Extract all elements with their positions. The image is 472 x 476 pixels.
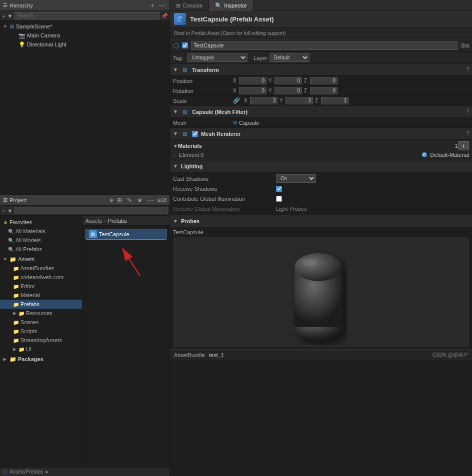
assets-folder-icon: 📁 — [10, 256, 16, 263]
hierarchy-add-small-btn[interactable]: + — [2, 13, 5, 19]
sidebar-all-prefabs[interactable]: 🔍 All Prefabs — [0, 245, 82, 254]
rotation-y-group: Y — [268, 87, 302, 94]
rotation-z-group: Z — [304, 87, 338, 94]
hierarchy-item-maincamera[interactable]: ▶ 📷 Main Camera — [0, 31, 170, 40]
hierarchy-search-input[interactable] — [14, 12, 160, 19]
rotation-z-input[interactable] — [310, 87, 338, 94]
meshrenderer-help-icon[interactable]: ? — [466, 131, 469, 136]
sidebar-material[interactable]: 📁 Material — [0, 291, 82, 300]
all-models-label: All Models — [16, 237, 41, 243]
file-testcapsule[interactable]: TestCapsule — [86, 229, 166, 240]
project-toolbar-btn1[interactable]: ⊞ — [116, 196, 124, 204]
hierarchy-lock-btn[interactable]: ⋯ — [158, 1, 166, 9]
position-z-input[interactable]: 0 — [310, 77, 338, 84]
sidebar-scripts[interactable]: 📁 Scripts — [0, 327, 82, 336]
sidebar-codeandweb[interactable]: 📁 codeandweb.com — [0, 273, 82, 282]
tab-console[interactable]: ⊞ Console — [170, 0, 209, 11]
hierarchy-arrow-btn[interactable]: ▼ — [7, 13, 12, 19]
transform-help-icon[interactable]: ? — [466, 67, 469, 72]
sidebar-favorites[interactable]: ★ Favorites — [0, 218, 82, 227]
console-tab-label: Console — [182, 2, 202, 8]
scale-x-input[interactable] — [250, 97, 278, 104]
contribute-gi-checkbox[interactable] — [276, 196, 282, 202]
tag-label: Tag — [173, 55, 186, 61]
project-toolbar-btn2[interactable]: ✎ — [126, 196, 134, 204]
rotation-z-letter: Z — [304, 88, 309, 93]
sidebar-all-models[interactable]: 🔍 All Models — [0, 236, 82, 245]
sidebar-assetbundles[interactable]: 📁 AssetBundles — [0, 264, 82, 273]
arrow-indicator — [115, 241, 165, 281]
meshrenderer-active-checkbox[interactable] — [192, 131, 198, 137]
receive-gi-value: Light Probes — [276, 206, 307, 212]
receive-gi-label: Receive Global Illumination — [173, 206, 273, 212]
receive-shadows-checkbox[interactable] — [276, 186, 282, 192]
footer-prefab-icon: ⬡ — [3, 469, 8, 475]
project-star-btn[interactable]: ★ — [136, 196, 144, 204]
position-y-letter: Y — [268, 78, 274, 83]
breadcrumb-prefabs[interactable]: Prefabs — [108, 218, 127, 224]
breadcrumb-assets[interactable]: Assets — [86, 218, 102, 224]
materials-section: ▼ Materials 1 + ≡ Element 0 Default-Mate… — [170, 140, 472, 160]
scale-z-input[interactable] — [321, 97, 348, 104]
rotation-y-input[interactable] — [274, 87, 302, 94]
assetbundles-folder-icon: 📁 — [13, 266, 19, 271]
contribute-gi-row: Contribute Global Illumination — [173, 194, 469, 204]
materials-add-button[interactable]: + — [458, 141, 469, 150]
sidebar-prefabs[interactable]: 📁 Prefabs — [0, 300, 82, 309]
mat-element0-value: Default-Material — [430, 152, 469, 158]
sidebar-assets[interactable]: ▼ 📁 Assets — [0, 255, 82, 264]
meshrenderer-title: Mesh Renderer — [201, 131, 464, 137]
hierarchy-item-directionallight[interactable]: ▶ 💡 Directional Light — [0, 40, 170, 49]
lighting-title: Lighting — [181, 163, 469, 169]
streaming-folder-icon: 📁 — [13, 338, 19, 343]
meshfilter-component-header[interactable]: ▼ ⊞ Capsule (Mesh Filter) ? — [170, 106, 472, 118]
prefabs-folder-icon: 📁 — [13, 302, 19, 307]
hierarchy-header: ☰ Hierarchy + ⋯ — [0, 0, 170, 11]
gameobject-active-checkbox[interactable] — [182, 42, 188, 48]
gameobject-name-row: ⬡ TestCapsule Sta — [170, 39, 472, 52]
project-nav-btn[interactable]: ▼ — [7, 208, 12, 214]
receive-shadows-row: Receive Shadows — [173, 184, 469, 194]
layer-select[interactable]: Default — [270, 53, 310, 62]
meshrenderer-component-header[interactable]: ▼ ⊞ Mesh Renderer ? — [170, 128, 472, 140]
sidebar-packages[interactable]: ▶ 📁 Packages — [0, 355, 82, 364]
lighting-arrow-icon: ▼ — [173, 163, 178, 169]
position-y-input[interactable]: 0 — [274, 77, 302, 84]
sidebar-scenes[interactable]: 📁 Scenes — [0, 318, 82, 327]
meshfilter-help-icon[interactable]: ? — [466, 109, 469, 114]
rotation-y-letter: Y — [268, 88, 274, 93]
search-sm-icon3: 🔍 — [8, 247, 14, 252]
tab-inspector[interactable]: 🔍 Inspector — [209, 0, 253, 11]
hierarchy-item-samplescene[interactable]: ▼ ⚙ SampleScene* — [0, 22, 170, 31]
sidebar-resources[interactable]: ▶ 📁 Resources — [0, 309, 82, 318]
scale-x-group: X — [244, 97, 278, 104]
project-search-input[interactable] — [14, 207, 168, 214]
transform-component-header[interactable]: ▼ ⊞ Transform ? — [170, 64, 472, 76]
lighting-section-header[interactable]: ▼ Lighting — [170, 160, 472, 172]
project-add-btn[interactable]: + — [2, 208, 5, 214]
scale-y-input[interactable] — [286, 97, 313, 104]
sidebar-ui[interactable]: ▶ 📁 UI — [0, 345, 82, 354]
scale-lock-icon[interactable]: 🔗 — [233, 97, 240, 104]
materials-arrow-icon: ▼ — [173, 143, 178, 149]
hierarchy-add-btn[interactable]: + — [149, 1, 156, 9]
hierarchy-pin-btn[interactable]: 📌 — [162, 13, 168, 18]
cast-shadows-select[interactable]: On Off Two Sided Shadows Only — [276, 174, 316, 183]
materials-title: Materials — [178, 143, 202, 149]
go-icon: ⬡ — [173, 41, 179, 49]
rotation-x-input[interactable] — [239, 87, 266, 94]
favorites-label: Favorites — [10, 219, 32, 225]
gameobject-name-input[interactable]: TestCapsule — [191, 41, 458, 50]
probes-section-header[interactable]: ▼ Probes — [170, 215, 472, 227]
light-icon: 💡 — [18, 41, 26, 48]
sidebar-streamingassets[interactable]: 📁 StreamingAssets — [0, 336, 82, 345]
tag-select[interactable]: Untagged — [188, 53, 248, 62]
sidebar-all-materials[interactable]: 🔍 All Materials — [0, 227, 82, 236]
mat-stripe-icon: ≡ — [173, 152, 176, 158]
inspector-notice: Root in Prefab Asset (Open for full edit… — [170, 27, 472, 39]
position-x-input[interactable]: 0 — [239, 77, 266, 84]
mesh-label: Mesh — [173, 120, 233, 126]
preview-section: TestCapsule — [170, 227, 472, 349]
sidebar-editor[interactable]: 📁 Editor — [0, 282, 82, 291]
project-more-btn[interactable]: ⋯ — [146, 196, 155, 204]
